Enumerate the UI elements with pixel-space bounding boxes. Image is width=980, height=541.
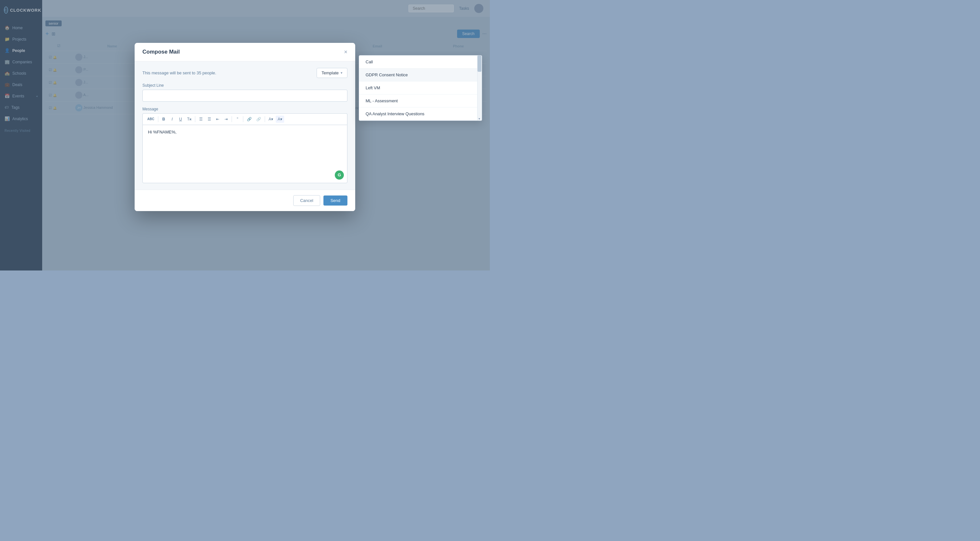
template-button[interactable]: Template ▾: [317, 68, 347, 78]
dropdown-item-qa-interview[interactable]: QA Analyst Interview Questions: [359, 107, 482, 120]
indent-button[interactable]: ⇥: [222, 116, 230, 123]
message-label: Message: [142, 107, 347, 112]
scrollbar-thumb: [477, 56, 481, 72]
underline-button[interactable]: U: [177, 116, 185, 123]
scrollbar[interactable]: ▾: [477, 56, 482, 120]
font-color-button[interactable]: A▾: [267, 116, 275, 123]
close-button[interactable]: ×: [344, 49, 347, 55]
strikethrough-button[interactable]: Tx: [185, 116, 193, 123]
info-row: This message will be sent to 35 people. …: [142, 68, 347, 78]
toolbar-separator: [232, 116, 232, 122]
dropdown-item-gdpr[interactable]: GDPR Consent Notice: [359, 69, 482, 81]
subject-line-input[interactable]: [142, 89, 347, 102]
template-button-label: Template: [321, 70, 339, 75]
dropdown-item-ml-assessment[interactable]: ML - Assessment: [359, 94, 482, 107]
message-content: Hi %FNAME%,: [148, 129, 177, 134]
recipient-info: This message will be sent to 35 people.: [142, 70, 216, 75]
bold-button[interactable]: B: [160, 116, 168, 123]
blockquote-button[interactable]: ": [234, 116, 241, 123]
unordered-list-button[interactable]: ☰: [205, 116, 213, 123]
toolbar-separator: [195, 116, 195, 122]
highlight-button[interactable]: A▾: [276, 116, 284, 123]
ordered-list-button[interactable]: ☰: [197, 116, 205, 123]
message-editor[interactable]: Hi %FNAME%, G: [142, 125, 347, 183]
link-button[interactable]: 🔗: [245, 116, 254, 123]
chevron-down-icon: ▾: [340, 71, 342, 75]
grammarly-button[interactable]: G: [335, 171, 344, 180]
outdent-button[interactable]: ⇤: [214, 116, 221, 123]
modal-footer: Cancel Send: [135, 190, 355, 211]
template-dropdown: Call GDPR Consent Notice Left VM ML - As…: [359, 55, 482, 121]
toolbar-separator: [243, 116, 243, 122]
modal-title: Compose Mail: [142, 49, 180, 55]
modal-header: Compose Mail ×: [135, 43, 355, 61]
cancel-button[interactable]: Cancel: [293, 195, 320, 206]
toolbar-separator: [158, 116, 158, 122]
italic-button[interactable]: I: [169, 116, 176, 123]
unlink-button[interactable]: 🔗: [255, 116, 263, 123]
compose-mail-modal: Compose Mail × This message will be sent…: [135, 43, 355, 211]
format-button[interactable]: ABC: [145, 116, 156, 122]
send-button[interactable]: Send: [323, 195, 347, 206]
toolbar-separator: [265, 116, 265, 122]
editor-toolbar: ABC B I U Tx ☰ ☰ ⇤ ⇥ " 🔗 🔗 A▾ A▾: [142, 113, 347, 125]
subject-line-label: Subject Line: [142, 83, 347, 88]
modal-body: This message will be sent to 35 people. …: [135, 61, 355, 190]
dropdown-item-call[interactable]: Call: [359, 56, 482, 69]
scroll-down-arrow[interactable]: ▾: [477, 116, 481, 120]
dropdown-item-left-vm[interactable]: Left VM: [359, 81, 482, 94]
